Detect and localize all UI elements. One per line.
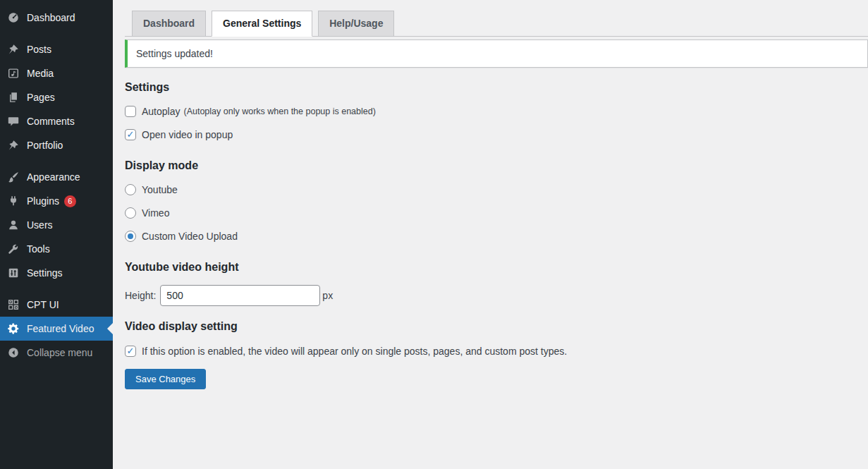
menu-separator [0, 285, 113, 293]
youtube-radio[interactable] [125, 184, 136, 195]
success-notice: Settings updated! [125, 39, 868, 68]
sidebar-item-label: Pages [27, 92, 55, 102]
custom-video-upload-radio-label: Custom Video Upload [142, 231, 238, 242]
sidebar-item-label: Portfolio [27, 140, 63, 150]
gear-icon [6, 322, 20, 336]
open-popup-checkbox[interactable] [125, 129, 136, 140]
settings-section-title: Settings [125, 80, 868, 94]
sidebar-item-settings[interactable]: Settings [0, 261, 113, 285]
sidebar-item-label: Plugins [27, 196, 59, 206]
height-input[interactable] [160, 285, 320, 306]
admin-sidebar: Dashboard Posts Media Pages Commen [0, 0, 113, 469]
youtube-radio-label: Youtube [142, 184, 178, 195]
open-popup-label: Open video in popup [142, 129, 233, 140]
sidebar-item-label: Featured Video [27, 324, 94, 334]
sidebar-item-dashboard[interactable]: Dashboard [0, 6, 113, 30]
sidebar-item-tools[interactable]: Tools [0, 237, 113, 261]
sidebar-item-label: Comments [27, 116, 75, 126]
video-display-checkbox-label: If this option is enabled, the video wil… [142, 346, 567, 357]
sidebar-item-label: Media [27, 68, 54, 78]
tab-bar: Dashboard General Settings Help/Usage [125, 11, 868, 37]
tab-help-usage[interactable]: Help/Usage [318, 11, 394, 37]
vimeo-radio-label: Vimeo [142, 207, 169, 219]
sidebar-item-label: Posts [27, 44, 51, 54]
video-display-row[interactable]: If this option is enabled, the video wil… [125, 346, 868, 357]
youtube-height-section-title: Youtube video height [125, 260, 868, 274]
plugins-update-badge: 6 [64, 195, 76, 207]
open-popup-row[interactable]: Open video in popup [125, 129, 868, 140]
height-field-label: Height: [125, 290, 156, 301]
display-mode-youtube-row[interactable]: Youtube [125, 184, 868, 195]
custom-video-upload-radio[interactable] [125, 231, 136, 242]
display-mode-section-title: Display mode [125, 159, 868, 172]
autoplay-label: Autoplay [142, 106, 180, 117]
media-icon [6, 66, 20, 80]
height-unit-label: px [322, 290, 333, 301]
dashboard-icon [6, 11, 20, 25]
display-mode-vimeo-row[interactable]: Vimeo [125, 207, 868, 219]
sidebar-item-posts[interactable]: Posts [0, 37, 113, 61]
main-content: Dashboard General Settings Help/Usage Se… [113, 0, 868, 469]
sidebar-item-label: Settings [27, 268, 63, 278]
sidebar-item-label: Tools [27, 244, 50, 254]
tab-general-settings[interactable]: General Settings [212, 11, 312, 37]
sidebar-item-plugins[interactable]: Plugins 6 [0, 189, 113, 213]
pushpin-icon [6, 42, 20, 56]
vimeo-radio[interactable] [125, 207, 136, 219]
user-icon [6, 218, 20, 232]
sidebar-item-pages[interactable]: Pages [0, 85, 113, 109]
comment-icon [6, 114, 20, 128]
sidebar-item-label: Dashboard [27, 13, 75, 23]
sidebar-item-label: Users [27, 220, 53, 230]
collapse-arrow-icon [6, 346, 20, 360]
video-display-checkbox[interactable] [125, 346, 136, 357]
autoplay-checkbox[interactable] [125, 106, 136, 117]
sidebar-item-label: CPT UI [27, 300, 59, 310]
sidebar-item-featured-video[interactable]: Featured Video [0, 317, 113, 341]
height-field-row: Height: px [125, 285, 868, 306]
sidebar-item-label: Collapse menu [27, 348, 92, 358]
video-display-section-title: Video display setting [125, 319, 868, 333]
autoplay-row[interactable]: Autoplay (Autoplay only works when the p… [125, 106, 868, 117]
wordpress-admin: Dashboard Posts Media Pages Commen [0, 0, 868, 469]
notice-message: Settings updated! [136, 48, 213, 59]
pages-icon [6, 90, 20, 104]
sliders-icon [6, 266, 20, 280]
sidebar-item-portfolio[interactable]: Portfolio [0, 133, 113, 157]
sidebar-item-label: Appearance [27, 172, 80, 182]
sidebar-item-appearance[interactable]: Appearance [0, 165, 113, 189]
sidebar-item-comments[interactable]: Comments [0, 109, 113, 133]
save-changes-button[interactable]: Save Changes [125, 369, 206, 389]
tab-dashboard[interactable]: Dashboard [132, 11, 206, 37]
pushpin-icon [6, 138, 20, 152]
autoplay-note: (Autoplay only works when the popup is e… [183, 106, 375, 116]
menu-separator [0, 30, 113, 37]
brush-icon [6, 170, 20, 184]
sidebar-item-media[interactable]: Media [0, 61, 113, 85]
sidebar-item-users[interactable]: Users [0, 213, 113, 237]
sidebar-item-cpt-ui[interactable]: CPT UI [0, 293, 113, 317]
plug-icon [6, 194, 20, 208]
menu-separator [0, 157, 113, 165]
wrench-icon [6, 242, 20, 256]
sidebar-item-collapse-menu[interactable]: Collapse menu [0, 341, 113, 365]
grid-icon [6, 298, 20, 312]
display-mode-custom-row[interactable]: Custom Video Upload [125, 231, 868, 242]
